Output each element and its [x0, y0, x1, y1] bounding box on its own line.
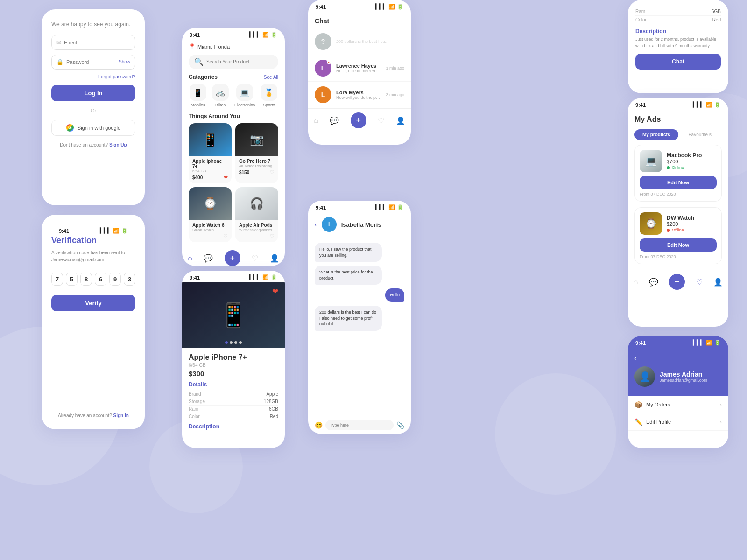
- category-mobiles[interactable]: 📱 Mobiles: [190, 84, 206, 107]
- product-iphone[interactable]: 📱 Apple Iphone 7+ 6/64 GB $400 ❤: [189, 123, 232, 183]
- ads-user-icon[interactable]: 👤: [713, 278, 723, 287]
- code-digit-4[interactable]: 6: [95, 273, 106, 286]
- password-input[interactable]: [66, 59, 119, 65]
- attach-button[interactable]: 📎: [396, 421, 404, 429]
- airpods-name: Apple Air Pods: [239, 223, 275, 228]
- product-airpods[interactable]: 🎧 Apple Air Pods Wireless earphones ♡: [235, 187, 278, 242]
- google-signin-label: Sign in with google: [78, 125, 120, 131]
- code-digit-5[interactable]: 9: [109, 273, 121, 286]
- watch-heart-icon[interactable]: ♡: [223, 233, 228, 239]
- dot-3[interactable]: [234, 341, 237, 344]
- watch-price-row: ♡: [192, 233, 228, 239]
- message-4: 200 dollars is the best I can do I also …: [315, 306, 382, 331]
- emoji-button[interactable]: 😊: [315, 421, 323, 429]
- ads-add-button[interactable]: +: [669, 274, 685, 290]
- wifi-pd: 📶: [262, 274, 269, 280]
- cl-heart-icon[interactable]: ♡: [378, 116, 384, 125]
- code-digit-1[interactable]: 7: [51, 273, 63, 286]
- bikes-icon: 🚲: [212, 84, 229, 101]
- code-digit-2[interactable]: 5: [66, 273, 78, 286]
- chat-item-lora[interactable]: L Lora Myers How will you do the paym...…: [308, 82, 411, 108]
- dot-4[interactable]: [239, 341, 242, 344]
- see-all-button[interactable]: See All: [264, 75, 278, 80]
- signup-link[interactable]: Sign Up: [109, 142, 127, 147]
- verify-button[interactable]: Verify: [51, 295, 135, 311]
- menu-my-orders[interactable]: 📦 My Orders ›: [628, 396, 728, 413]
- login-button[interactable]: Log In: [51, 85, 135, 101]
- macbook-status-dot: [667, 166, 670, 169]
- ads-bottom-nav: ⌂ 💬 + ♡ 👤: [628, 270, 728, 294]
- email-field-wrap[interactable]: ✉: [51, 35, 135, 50]
- nav-heart-icon[interactable]: ♡: [252, 254, 258, 263]
- password-field-wrap[interactable]: 🔒 Show: [51, 55, 135, 70]
- dot-2[interactable]: [230, 341, 233, 344]
- chat-item-prev[interactable]: ? 200 dollars is the best I ca...: [308, 28, 411, 55]
- ads-heart-icon[interactable]: ♡: [696, 278, 703, 287]
- conversation-card: 9:41 ▎▎▎ 📶 🔋 ‹ I Isabella Moris Hello, I…: [308, 201, 411, 434]
- product-detail-card: 9:41 ▎▎▎ 📶 🔋 📱 ❤ Apple iPhone 7+ 6/64 GB…: [182, 271, 285, 448]
- email-input[interactable]: [64, 40, 130, 45]
- chat-button[interactable]: Chat: [635, 54, 721, 70]
- category-bikes[interactable]: 🚲 Bikes: [212, 84, 229, 107]
- storage-value: 128GB: [264, 399, 278, 404]
- product-watch[interactable]: ⌚ Apple Watch 6 Smart Watch ♡: [189, 187, 232, 242]
- lora-info: Lora Myers How will you do the paym...: [336, 90, 381, 100]
- nav-chat-icon[interactable]: 💬: [204, 254, 213, 263]
- ads-home-icon[interactable]: ⌂: [634, 278, 638, 286]
- cl-chat-icon[interactable]: 💬: [330, 116, 339, 125]
- bottom-nav: ⌂ 💬 + ♡ 👤: [182, 246, 285, 266]
- cl-add-button[interactable]: +: [351, 112, 366, 128]
- favourite-label: Favourite: [689, 132, 708, 137]
- electronics-icon: 💻: [236, 84, 253, 101]
- cl-user-icon[interactable]: 👤: [396, 116, 405, 125]
- cl-home-icon[interactable]: ⌂: [314, 116, 318, 125]
- nav-user-icon[interactable]: 👤: [270, 254, 279, 263]
- show-password-button[interactable]: Show: [119, 59, 130, 64]
- nav-home-icon[interactable]: ⌂: [188, 254, 192, 262]
- iphone-heart-icon[interactable]: ❤: [224, 175, 228, 181]
- airpods-info: Apple Air Pods Wireless earphones ♡: [235, 220, 278, 242]
- product-hero-image: 📱 ❤: [182, 282, 285, 348]
- tab-favourite[interactable]: Favourite 5: [678, 129, 722, 140]
- wifi-cl: 📶: [388, 4, 395, 10]
- gopro-heart-icon[interactable]: ♡: [270, 169, 275, 175]
- favorite-icon[interactable]: ❤: [272, 287, 278, 296]
- product-title: Apple iPhone 7+: [189, 353, 278, 362]
- battery-icon: 🔋: [121, 228, 128, 234]
- edit-macbook-button[interactable]: Edit Now: [640, 176, 717, 189]
- category-electronics[interactable]: 💻 Electronics: [234, 84, 255, 107]
- time-profile: 9:41: [635, 340, 646, 346]
- wifi-profile: 📶: [706, 340, 712, 346]
- category-sports[interactable]: 🏅 Sports: [261, 84, 277, 107]
- menu-edit-profile[interactable]: ✏️ Edit Profile ›: [628, 413, 728, 431]
- product-gopro[interactable]: 📷 Go Pro Hero 7 4K Video Recording $150 …: [235, 123, 278, 183]
- airpods-image: 🎧: [235, 187, 278, 220]
- time-cl: 9:41: [316, 4, 326, 10]
- watch-info: Apple Watch 6 Smart Watch ♡: [189, 220, 232, 242]
- ads-chat-icon[interactable]: 💬: [649, 278, 658, 287]
- watch-name: Apple Watch 6: [192, 223, 228, 228]
- time-convo: 9:41: [316, 205, 326, 210]
- back-button[interactable]: ‹: [315, 221, 317, 228]
- edit-dwwatch-button[interactable]: Edit Now: [640, 238, 717, 252]
- profile-email: Jamesadrian@gmail.com: [660, 378, 707, 383]
- tab-my-products[interactable]: My products: [634, 129, 678, 140]
- google-signin-button[interactable]: G Sign in with google: [51, 120, 135, 136]
- profile-back-button[interactable]: ‹: [634, 354, 722, 362]
- search-input[interactable]: [206, 59, 273, 64]
- nav-add-button[interactable]: +: [225, 250, 240, 266]
- airpods-heart-icon[interactable]: ♡: [270, 233, 275, 239]
- search-bar[interactable]: 🔍: [189, 55, 278, 69]
- message-input[interactable]: [325, 420, 394, 430]
- battery-profile: 🔋: [714, 340, 721, 346]
- wifi-icon: 📶: [113, 228, 120, 234]
- watch-image: ⌚: [189, 187, 232, 220]
- signin-link[interactable]: Sign In: [113, 413, 129, 418]
- my-orders-left: 📦 My Orders: [634, 401, 670, 408]
- chat-item-lawrence[interactable]: L Lawrence Hayes Hello, nice to meet you…: [308, 55, 411, 82]
- code-digit-6[interactable]: 3: [124, 273, 135, 286]
- forgot-password-link[interactable]: Forgot password?: [51, 74, 135, 79]
- code-digit-3[interactable]: 8: [80, 273, 92, 286]
- macbook-ad-row: 💻 Macbook Pro $700 Online: [640, 150, 717, 172]
- dot-1[interactable]: [225, 341, 228, 344]
